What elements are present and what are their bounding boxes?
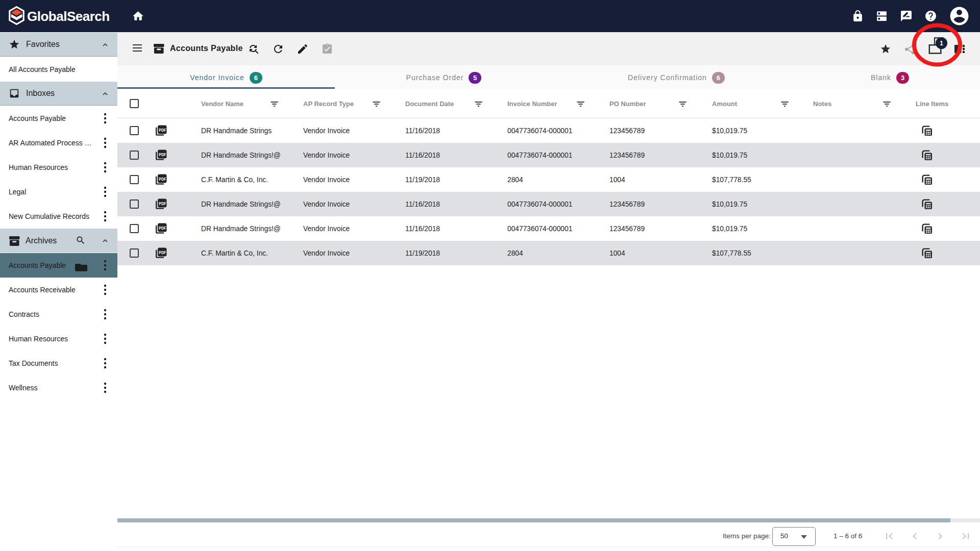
svg-text:PDF: PDF — [159, 128, 166, 133]
svg-text:PDF: PDF — [159, 201, 166, 206]
svg-text:PDF: PDF — [159, 226, 166, 231]
svg-text:PDF: PDF — [159, 152, 166, 157]
svg-text:PDF: PDF — [159, 177, 166, 182]
svg-text:PDF: PDF — [159, 250, 166, 255]
